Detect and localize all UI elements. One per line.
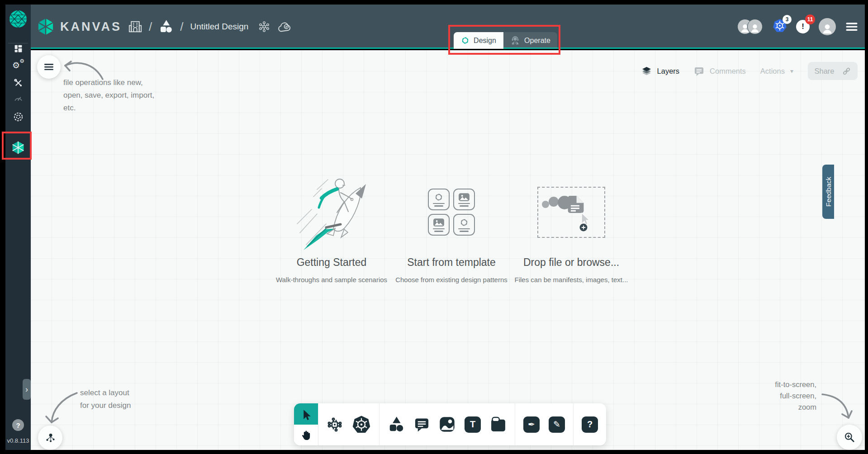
pen-tool-button[interactable]: ✒ [523,416,540,433]
top-header: KANVAS / / Untitled Design Design Operat… [31,5,865,49]
gauge-icon [14,94,23,103]
comments-button[interactable]: Comments [694,66,746,76]
tab-operate[interactable]: Operate [503,32,557,49]
layers-button[interactable]: Layers [641,66,680,76]
card-getting-started[interactable]: Getting Started Walk-throughs and sample… [275,172,388,284]
layers-icon [641,66,652,76]
card-title: Drop file or browse... [523,256,619,269]
hamburger-menu-icon[interactable] [845,20,859,33]
header-right-group: 3 ! 11 [737,5,859,49]
merge-nodes-icon[interactable] [258,20,270,33]
workspace-shapes-icon[interactable] [159,19,173,34]
left-sidebar: ⚙⚙ › ? v0.8.113 [5,5,31,450]
circuit-icon [327,416,343,433]
text-icon: T [470,419,475,430]
note-icon [490,416,507,433]
card-subtitle: Choose from existing design patterns [395,276,508,284]
sidebar-item-dashboard[interactable] [5,41,31,56]
kubernetes-tool-button[interactable] [352,415,371,434]
image-icon [433,218,445,227]
tools-icon [14,78,23,88]
shapes-tool-button[interactable] [388,416,405,433]
question-icon: ? [16,421,20,429]
toolbar-help-button[interactable]: ? [582,416,598,433]
kubernetes-context[interactable]: 3 [773,19,787,35]
collaborator-avatars[interactable] [737,19,764,34]
comment-icon [414,416,430,432]
section-tool-button[interactable] [490,416,507,433]
hamburger-menu-icon [43,61,54,72]
dashboard-icon [14,44,23,53]
sidebar-item-kanvas[interactable] [5,138,31,156]
comments-label: Comments [710,67,746,76]
person-icon [821,22,834,35]
user-avatar[interactable] [819,18,836,35]
breadcrumb-separator: / [180,20,183,34]
card-title: Start from template [407,256,496,269]
card-title: Getting Started [297,256,367,269]
text-tool-button[interactable]: T [465,416,481,433]
notifications[interactable]: ! 11 [796,20,810,33]
feedback-tab[interactable]: Feedback [822,165,834,219]
tab-operate-label: Operate [524,37,550,45]
tab-design[interactable]: Design [454,32,503,49]
avatar [747,19,763,34]
design-canvas[interactable]: file operations like new, open, save, ex… [31,50,865,450]
app-version: v0.8.113 [5,437,31,444]
image-icon [458,193,470,202]
annotation-arrow [819,389,855,424]
rocket-doodle [294,172,370,252]
annotation-select-layout: select a layout for your design [80,387,131,412]
pen-icon: ✒ [528,419,535,430]
design-swirl-icon [461,36,470,45]
card-subtitle: Walk-throughs and sample scenarios [276,276,387,284]
annotation-zoom-controls: fit-to-screen, full-screen, zoom [775,379,816,413]
template-tiles [428,172,475,252]
canvas-menu-button[interactable] [37,55,61,79]
sidebar-item-lifecycle[interactable]: ⚙⚙ [5,58,31,73]
comment-icon [694,66,704,76]
select-tool-button[interactable] [294,403,318,425]
bottom-toolbar: T ✒ ✎ ? [294,403,606,445]
sidebar-item-configuration[interactable] [5,75,31,90]
pan-tool-button[interactable] [294,425,318,446]
extensions-icon [13,112,24,122]
image-tool-button[interactable] [439,416,455,433]
meshery-sphere-logo-icon[interactable] [9,10,27,28]
swirl-icon [460,218,469,227]
kanvas-logo-icon[interactable] [38,18,53,35]
chevron-right-icon: › [25,385,28,394]
layers-label: Layers [657,67,680,76]
annotation-file-operations: file operations like new, open, save, ex… [63,76,154,114]
feedback-label: Feedback [825,177,832,207]
header-left-group: KANVAS / / Untitled Design [38,5,292,49]
comment-tool-button[interactable] [414,416,430,432]
dropzone[interactable] [537,187,605,238]
layout-selector-button[interactable] [38,426,62,450]
cursor-arrow-icon [300,408,312,420]
document-title[interactable]: Untitled Design [190,22,248,32]
share-button[interactable]: Share [808,62,858,80]
image-icon [439,416,455,433]
shapes-icon [388,416,405,433]
operator-headset-icon [510,36,520,46]
actions-dropdown[interactable]: Actions ▾ [760,67,793,76]
template-tile[interactable] [428,189,450,210]
zoom-button[interactable] [837,425,862,450]
help-button[interactable]: ? [12,419,24,431]
question-icon: ? [587,419,593,430]
sidebar-item-performance[interactable] [5,90,31,106]
zoom-in-icon [844,431,855,443]
pencil-tool-button[interactable]: ✎ [549,416,565,433]
kanvas-hexagon-icon [12,141,24,154]
sidebar-item-extensions[interactable] [5,109,31,124]
card-start-from-template[interactable]: Start from template Choose from existing… [395,172,508,284]
kanvas-app-window: ⚙⚙ › ? v0.8.113 KANVAS / / Untitled Desi… [0,0,868,454]
template-tile[interactable] [453,189,475,210]
organization-icon[interactable] [128,20,142,33]
sidebar-expand-button[interactable]: › [23,379,31,400]
template-tile[interactable] [428,214,450,236]
card-drop-file[interactable]: Drop file or browse... Files can be mani… [515,172,628,284]
component-tool-button[interactable] [327,416,343,433]
template-tile[interactable] [453,214,475,236]
